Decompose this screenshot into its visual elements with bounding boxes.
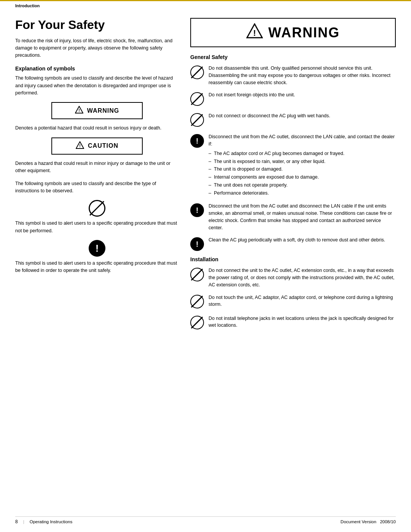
no-symbol-description: This symbol is used to alert users to a … <box>15 220 179 235</box>
right-column: ! WARNING General Safety Do not disassem… <box>190 18 396 336</box>
caution-symbol-box: ! CAUTION <box>51 137 143 155</box>
caution-description: Denotes a hazard that could result in mi… <box>15 160 179 175</box>
warning-symbol-box: ! WARNING <box>51 102 143 119</box>
left-column: For Your Safety To reduce the risk of in… <box>15 18 179 336</box>
footer-divider: | <box>23 519 24 524</box>
top-bar: Introduction <box>0 0 411 10</box>
top-bar-label: Introduction <box>15 3 40 8</box>
no-symbol-large <box>89 200 105 217</box>
item-text-5: Disconnect the unit from the AC outlet a… <box>209 203 396 231</box>
item-text-6: Clean the AC plug periodically with a so… <box>209 236 396 244</box>
general-safety-heading: General Safety <box>190 54 396 60</box>
footer-left: 8 | Operating Instructions <box>15 519 72 524</box>
page-title: For Your Safety <box>15 18 179 32</box>
mandatory-icon-3: ! <box>190 237 204 251</box>
warning-box-label: WARNING <box>87 107 119 114</box>
no-symbol-row <box>15 200 179 217</box>
excl-icon: ! <box>196 206 199 214</box>
list-item: Do not connect or disconnect the AC plug… <box>190 112 396 128</box>
footer-label: Operating Instructions <box>30 519 73 524</box>
large-warning-triangle-icon: ! <box>246 23 263 42</box>
list-item: Do not install telephone jacks in wet lo… <box>190 315 396 331</box>
list-item: ! Disconnect the unit from the AC outlet… <box>190 203 396 231</box>
excl-icon: ! <box>196 137 199 145</box>
warning-description: Denotes a potential hazard that could re… <box>15 125 179 132</box>
inst-text-3: Do not install telephone jacks in wet lo… <box>209 315 396 329</box>
item-text-4: Disconnect the unit from the AC outlet, … <box>209 133 396 197</box>
list-item: ! Clean the AC plug periodically with a … <box>190 236 396 251</box>
caution-triangle-icon: ! <box>76 141 84 151</box>
explanation-text: The following symbols are used to classi… <box>15 75 179 97</box>
sublist-item: The AC adaptor cord or AC plug becomes d… <box>209 150 396 157</box>
list-item: Do not touch the unit, AC adaptor, AC ad… <box>190 294 396 310</box>
svg-text:!: ! <box>79 144 81 148</box>
mandatory-icon-1: ! <box>190 134 204 148</box>
list-item: Do not insert foreign objects into the u… <box>190 91 396 107</box>
svg-text:!: ! <box>253 28 256 38</box>
item-text-3: Do not connect or disconnect the AC plug… <box>209 112 396 120</box>
mandatory-icon-2: ! <box>190 203 204 217</box>
no-icon-2 <box>190 92 204 107</box>
sublist-1: The AC adaptor cord or AC plug becomes d… <box>209 150 396 197</box>
inst-text-2: Do not touch the unit, AC adaptor, AC ad… <box>209 294 396 308</box>
footer-page-number: 8 <box>15 519 18 524</box>
sublist-item: The unit does not operate properly. <box>209 182 396 189</box>
mandatory-excl-icon: ! <box>96 243 99 253</box>
page-footer: 8 | Operating Instructions Document Vers… <box>15 516 396 524</box>
mandatory-symbol-description: This symbol is used to alert users to a … <box>15 260 179 275</box>
no-icon-3 <box>190 113 204 128</box>
warning-triangle-icon: ! <box>75 106 83 115</box>
no-icon-1 <box>190 66 204 80</box>
footer-right: Document Version 2008/10 <box>341 519 396 524</box>
item-text-2: Do not insert foreign objects into the u… <box>209 91 396 99</box>
installation-heading: Installation <box>190 256 396 262</box>
general-safety-list: Do not disassemble this unit. Only quali… <box>190 65 396 251</box>
sublist-item: Internal components are exposed due to d… <box>209 174 396 181</box>
symbols-heading-text: The following symbols are used to classi… <box>15 180 179 195</box>
sublist-item: The unit is dropped or damaged. <box>209 166 396 173</box>
no-icon-inst-2 <box>190 295 204 310</box>
intro-text: To reduce the risk of injury, loss of li… <box>15 37 179 59</box>
list-item: Do not connect the unit to the AC outlet… <box>190 267 396 288</box>
installation-list: Do not connect the unit to the AC outlet… <box>190 267 396 330</box>
mandatory-symbol-large: ! <box>89 240 105 257</box>
list-item: Do not disassemble this unit. Only quali… <box>190 65 396 86</box>
no-icon-inst-1 <box>190 268 204 283</box>
large-warning-box: ! WARNING <box>190 18 396 47</box>
excl-icon: ! <box>196 240 199 248</box>
caution-box-label: CAUTION <box>88 142 118 149</box>
no-icon-inst-3 <box>190 316 204 331</box>
doc-version: 2008/10 <box>380 519 396 524</box>
sublist-item: The unit is exposed to rain, water, or a… <box>209 158 396 165</box>
inst-text-1: Do not connect the unit to the AC outlet… <box>209 267 396 288</box>
list-item: ! Disconnect the unit from the AC outlet… <box>190 133 396 197</box>
sublist-item: Performance deteriorates. <box>209 190 396 197</box>
explanation-heading: Explanation of symbols <box>15 66 179 72</box>
item-text-1: Do not disassemble this unit. Only quali… <box>209 65 396 86</box>
svg-text:!: ! <box>78 108 80 113</box>
doc-version-label: Document Version <box>341 519 376 524</box>
mandatory-symbol-row: ! <box>15 240 179 257</box>
large-warning-label: WARNING <box>268 25 340 41</box>
